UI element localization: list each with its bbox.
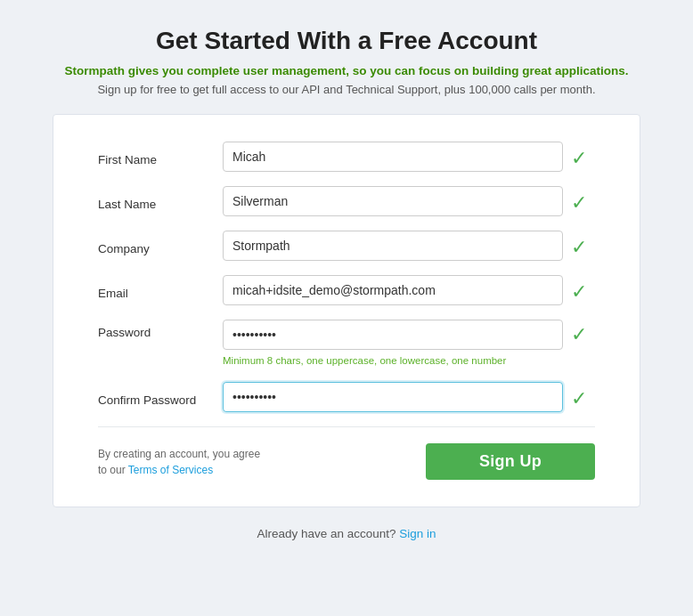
terms-text: By creating an account, you agree to our…	[98, 446, 267, 478]
email-row: Email ✓	[98, 275, 595, 305]
password-check-icon: ✓	[563, 320, 595, 346]
password-label: Password	[98, 320, 223, 339]
confirm-password-input-wrap	[223, 382, 563, 412]
page-subtitle: Sign up for free to get full access to o…	[64, 83, 628, 96]
company-input-wrap	[223, 231, 563, 261]
last-name-input-wrap	[223, 186, 563, 216]
first-name-input-wrap	[223, 142, 563, 172]
signup-form-card: First Name ✓ Last Name ✓ Company ✓ Email…	[53, 114, 640, 507]
last-name-check-icon: ✓	[563, 188, 595, 215]
first-name-row: First Name ✓	[98, 142, 595, 172]
page-subtitle-bold: Stormpath gives you complete user manage…	[64, 64, 628, 77]
first-name-input[interactable]	[223, 142, 563, 172]
page-title: Get Started With a Free Account	[64, 27, 628, 55]
last-name-input[interactable]	[223, 186, 563, 216]
page-header: Get Started With a Free Account Stormpat…	[64, 27, 628, 96]
last-name-label: Last Name	[98, 191, 223, 211]
last-name-row: Last Name ✓	[98, 186, 595, 216]
confirm-password-row: Confirm Password ✓	[98, 382, 595, 412]
password-row: Password Minimum 8 chars, one uppercase,…	[98, 320, 595, 368]
form-divider	[98, 426, 595, 427]
first-name-label: First Name	[98, 147, 223, 166]
password-input-wrap: Minimum 8 chars, one uppercase, one lowe…	[223, 320, 563, 368]
confirm-password-check-icon: ✓	[563, 384, 595, 410]
company-check-icon: ✓	[563, 232, 595, 259]
email-input-wrap	[223, 275, 563, 305]
password-input[interactable]	[223, 320, 563, 350]
form-footer: By creating an account, you agree to our…	[98, 443, 595, 480]
first-name-check-icon: ✓	[563, 143, 595, 170]
terms-link[interactable]: Terms of Services	[128, 464, 213, 476]
confirm-password-label: Confirm Password	[98, 387, 223, 407]
email-check-icon: ✓	[563, 277, 595, 304]
company-input[interactable]	[223, 231, 563, 261]
confirm-password-input[interactable]	[223, 382, 563, 412]
already-account-text: Already have an account?	[257, 527, 395, 540]
signin-link[interactable]: Sign in	[399, 527, 436, 540]
email-label: Email	[98, 280, 223, 300]
company-row: Company ✓	[98, 231, 595, 261]
email-input[interactable]	[223, 275, 563, 305]
signin-section: Already have an account? Sign in	[257, 527, 436, 540]
signup-button[interactable]: Sign Up	[426, 443, 595, 480]
company-label: Company	[98, 236, 223, 255]
password-hint: Minimum 8 chars, one uppercase, one lowe…	[223, 353, 563, 368]
